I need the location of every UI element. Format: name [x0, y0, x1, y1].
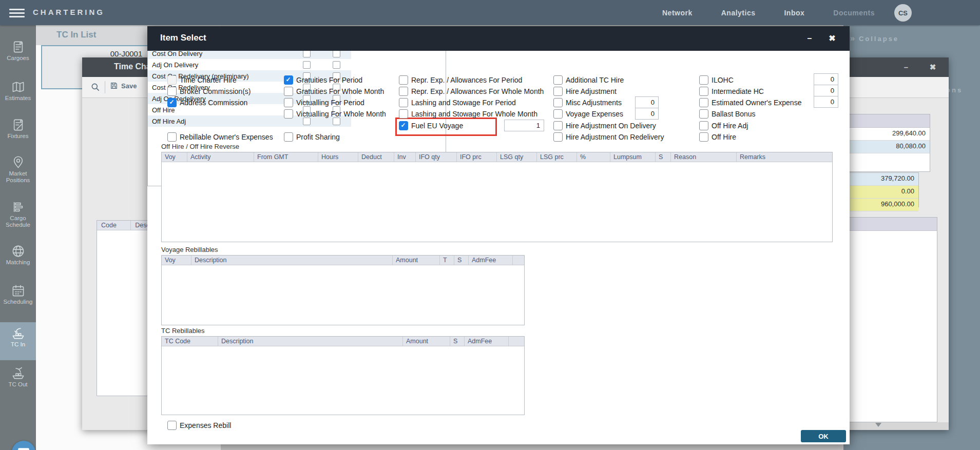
column-header-description: Description	[218, 337, 403, 346]
user-avatar[interactable]: CS	[894, 4, 912, 22]
checkbox-off-hire-adj[interactable]	[699, 121, 708, 130]
checkbox-off-hire-adj-lsg[interactable]	[333, 118, 340, 125]
checkbox-address-commission[interactable]	[167, 98, 177, 107]
nav-item-network[interactable]: Network	[662, 9, 693, 17]
checkbox-hire-adjustment-on-redelivery[interactable]	[553, 132, 563, 142]
checkbox-lashing-and-stowage-for-whole-month[interactable]	[399, 109, 408, 119]
scroll-down-arrow-icon[interactable]	[875, 423, 881, 427]
toolbar-divider	[105, 81, 105, 93]
scrollbar-track[interactable]	[850, 422, 949, 430]
checkbox-misc-adjustments[interactable]	[553, 98, 563, 107]
lsg-cell	[321, 118, 351, 125]
checkbox-off-hire-adj-ifo[interactable]	[303, 118, 311, 125]
checkbox-hire-adjustment[interactable]	[553, 87, 563, 96]
checkbox-additional-tc-hire[interactable]	[553, 75, 563, 85]
column-header-tc-code: TC Code	[162, 337, 218, 346]
checkbox-label-victualling-for-period: Victualling For Period	[296, 99, 364, 107]
tc-in-list-title: TC In List	[56, 30, 96, 40]
sidebar-item-label: Positions	[0, 177, 36, 184]
save-button[interactable]: Save	[110, 82, 137, 90]
collapse-label: Collapse	[859, 35, 899, 43]
offhire-section-label: Off Hire / Off Hire Reverse	[161, 143, 239, 150]
modal-close-icon[interactable]: ✖	[826, 32, 838, 45]
modal-minimize-icon[interactable]: –	[803, 32, 816, 45]
checkbox-rebillable-owner-s-expenses[interactable]	[167, 132, 177, 142]
checkbox-victualling-for-whole-month[interactable]	[284, 109, 293, 119]
input-voyage-expenses[interactable]	[635, 108, 659, 120]
matching-icon	[11, 244, 25, 258]
nav-item-analytics[interactable]: Analytics	[721, 9, 756, 17]
collapse-button[interactable]: » Collapse	[850, 34, 899, 43]
sidebar-item-estimates[interactable]: Estimates	[0, 76, 36, 107]
ok-button[interactable]: OK	[801, 430, 846, 442]
column-header-deduct: Deduct	[358, 152, 394, 162]
input-misc-adjustments[interactable]	[635, 96, 659, 108]
sidebar-item-tc-out[interactable]: TC Out	[0, 362, 36, 398]
sidebar-item-tc-in[interactable]: TC In	[0, 322, 36, 360]
checkbox-label-profit-sharing: Profit Sharing	[296, 133, 340, 141]
sidebar-item-cargoes[interactable]: Cargoes	[0, 36, 36, 70]
sidebar-item-cargo-schedule[interactable]: CargoSchedule	[0, 196, 36, 235]
checkbox-gratuities-for-whole-month[interactable]	[284, 87, 293, 96]
checkbox-adj-on-delivery-ifo[interactable]	[303, 61, 311, 69]
checkbox-gratuities-for-period[interactable]	[284, 75, 293, 85]
checkbox-label-fuel-eu-voyage: Fuel EU Voyage	[411, 122, 463, 130]
input-fuel-eu-voyage[interactable]	[504, 120, 544, 131]
window-close-icon[interactable]: ✖	[927, 62, 938, 73]
floppy-icon	[110, 82, 118, 90]
chat-button[interactable]	[12, 441, 35, 450]
search-icon[interactable]	[90, 82, 101, 92]
sidebar-item-matching[interactable]: Matching	[0, 240, 36, 272]
hamburger-menu-icon[interactable]	[9, 7, 25, 18]
checkbox-victualling-for-period[interactable]	[284, 98, 293, 107]
side-input-estimated-owner-s-expense[interactable]	[814, 96, 838, 108]
checkbox-ballast-bonus[interactable]	[699, 109, 708, 119]
sidebar-item-market-positions[interactable]: MarketPositions	[0, 151, 36, 190]
checkbox-lashing-and-stowage-for-period[interactable]	[399, 98, 408, 107]
checkbox-label-ilohc: ILOHC	[712, 76, 734, 84]
top-nav: NetworkAnalyticsInboxDocuments	[662, 0, 875, 25]
column-header-lumpsum: Lumpsum	[610, 152, 656, 162]
checkbox-voyage-expenses[interactable]	[553, 109, 563, 119]
checkbox-intermediate-hc[interactable]	[699, 87, 708, 96]
column-header-spare	[509, 337, 524, 346]
nav-item-documents[interactable]: Documents	[833, 9, 875, 17]
side-input-intermediate-hc[interactable]	[814, 85, 838, 96]
tc-out-icon	[11, 366, 25, 380]
checkbox-expenses-rebill[interactable]	[167, 421, 177, 430]
checkbox-adj-on-delivery-lsg[interactable]	[333, 61, 340, 69]
nav-item-inbox[interactable]: Inbox	[784, 9, 804, 17]
checkbox-off-hire[interactable]	[699, 132, 708, 142]
grid-row-adj-on-delivery: Adj On Delivery	[148, 59, 351, 70]
checkbox-profit-sharing[interactable]	[284, 132, 293, 142]
offhire-table-header: VoyActivityFrom GMTHoursDeductInvIFO qty…	[162, 152, 832, 162]
checkbox-time-charter-hire[interactable]	[167, 75, 177, 85]
sidebar-item-label: Market	[0, 170, 36, 177]
cargo-schedule-icon	[11, 200, 25, 214]
checkbox-broker-commission-s[interactable]	[167, 87, 177, 96]
tc-rebillables-label: TC Rebillables	[161, 327, 205, 335]
checkbox-repr-exp-allowances-for-period[interactable]	[399, 75, 408, 85]
checkbox-label-rebillable-owner-s-expenses: Rebillable Owner's Expenses	[180, 133, 273, 141]
checkbox-repr-exp-allowances-for-whole-month[interactable]	[399, 87, 408, 96]
column-header-t: T	[440, 256, 454, 265]
checkbox-fuel-eu-voyage[interactable]	[399, 121, 408, 130]
sidebar-item-label: Fixtures	[0, 133, 36, 140]
checkbox-label-estimated-owner-s-expense: Estimated Owner's Expense	[712, 99, 801, 107]
checkbox-estimated-owner-s-expense[interactable]	[699, 98, 708, 107]
checkbox-label-broker-commission-s: Broker Commission(s)	[180, 87, 251, 95]
checkbox-hire-adjustment-on-delivery[interactable]	[553, 121, 563, 130]
sidebar-item-scheduling[interactable]: Scheduling	[0, 280, 36, 312]
column-header-s: S	[656, 152, 671, 162]
fixtures-icon	[11, 118, 25, 132]
column-header-lsg-qty: LSG qty	[497, 152, 537, 162]
checkbox-ilohc[interactable]	[699, 75, 708, 85]
ifo-cell	[292, 61, 321, 69]
checkbox-label-misc-adjustments: Misc Adjustments	[566, 99, 622, 107]
side-input-ilohc[interactable]	[814, 73, 838, 85]
window-minimize-icon[interactable]: –	[900, 62, 912, 73]
tc-in-icon	[11, 326, 25, 340]
checkbox-label-hire-adjustment-on-redelivery: Hire Adjustment On Redelivery	[566, 133, 664, 141]
sidebar-item-fixtures[interactable]: Fixtures	[0, 114, 36, 145]
column-header-: %	[577, 152, 610, 162]
